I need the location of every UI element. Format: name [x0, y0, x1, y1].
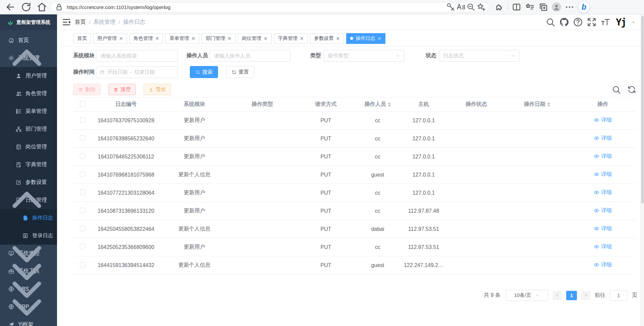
tab-oper-log[interactable]: 操作日志✕ [346, 33, 385, 44]
sidebar-item-yi-framework[interactable]: Yi框架 [0, 316, 57, 326]
refresh-table-button[interactable] [626, 84, 637, 95]
row-select-cell[interactable] [73, 112, 92, 130]
row-select-cell[interactable] [73, 256, 92, 274]
tab-dict-mgmt[interactable]: 字典管理✕ [274, 33, 308, 44]
operator-input-field[interactable] [214, 53, 286, 59]
extensions-icon[interactable] [494, 1, 504, 13]
zoom-out-icon[interactable] [466, 2, 476, 12]
breadcrumb-item[interactable]: 系统管理 [94, 18, 116, 26]
sidebar-item-system-mgmt[interactable]: 系统管理 [0, 49, 57, 67]
row-checkbox[interactable] [80, 153, 85, 159]
clear-button[interactable]: 清空 [108, 84, 136, 95]
bing-chat-icon[interactable]: b [578, 1, 590, 13]
detail-link[interactable]: 详细 [594, 171, 612, 178]
row-select-cell[interactable] [73, 184, 92, 202]
detail-link[interactable]: 详细 [594, 225, 612, 232]
row-checkbox[interactable] [80, 117, 85, 123]
sidebar-item-user-mgmt[interactable]: 用户管理 [0, 67, 57, 85]
toggle-search-button[interactable] [611, 84, 622, 95]
row-checkbox[interactable] [80, 262, 85, 267]
row-select-cell[interactable] [73, 220, 92, 238]
sidebar-item-role-mgmt[interactable]: 角色管理 [0, 85, 57, 103]
tab-user-mgmt[interactable]: 用户管理✕ [93, 33, 127, 44]
tab-menu-mgmt[interactable]: 菜单管理✕ [165, 33, 199, 44]
delete-button[interactable]: 删除 [73, 84, 101, 95]
close-icon[interactable]: ✕ [227, 36, 231, 41]
close-icon[interactable]: ✕ [155, 36, 159, 41]
operator-input[interactable] [209, 50, 290, 62]
close-icon[interactable]: ✕ [300, 36, 304, 41]
help-icon[interactable] [573, 17, 583, 27]
prev-page-button[interactable] [553, 291, 562, 300]
goto-page-input[interactable] [610, 290, 628, 301]
detail-link[interactable]: 详细 [594, 243, 612, 250]
close-icon[interactable]: ✕ [377, 36, 381, 41]
detail-link[interactable]: 详细 [594, 189, 612, 196]
detail-link[interactable]: 详细 [594, 207, 612, 214]
sort-carets-icon[interactable] [547, 102, 550, 107]
page-size-select[interactable]: 10条/页 [506, 290, 548, 301]
detail-link[interactable]: 详细 [594, 153, 612, 160]
row-select-cell[interactable] [73, 238, 92, 256]
sidebar-item-dept-mgmt[interactable]: 部门管理 [0, 120, 57, 138]
password-key-icon[interactable] [446, 2, 456, 12]
select-all-checkbox[interactable] [80, 101, 85, 107]
header-search-icon[interactable] [545, 17, 556, 27]
row-checkbox[interactable] [80, 208, 85, 213]
tab-param-settings[interactable]: 参数设置✕ [310, 33, 344, 44]
sidebar-item-log-mgmt[interactable]: 日志管理 [0, 191, 57, 209]
status-select[interactable]: 日志状态 [439, 50, 520, 62]
browser-back-icon[interactable] [5, 1, 16, 13]
page-scrollbar[interactable] [640, 14, 644, 326]
page-number-1[interactable]: 1 [566, 291, 577, 300]
url-text[interactable]: https://ccnetcore.com:1101/system/log/op… [67, 4, 446, 10]
close-icon[interactable]: ✕ [119, 36, 123, 41]
row-checkbox[interactable] [80, 226, 85, 231]
breadcrumb-item[interactable]: 首页 [75, 18, 86, 26]
sort-carets-icon[interactable] [388, 102, 391, 107]
font-size-icon[interactable] [600, 17, 611, 27]
module-input[interactable] [96, 50, 178, 62]
detail-link[interactable]: 详细 [594, 135, 612, 142]
fullscreen-icon[interactable] [586, 17, 597, 27]
select-all-header[interactable] [73, 97, 92, 112]
browser-refresh-icon[interactable] [20, 1, 32, 13]
read-aloud-icon[interactable] [456, 2, 466, 12]
sidebar-item-erp[interactable]: ERP [0, 298, 57, 316]
next-page-button[interactable] [581, 291, 590, 300]
row-select-cell[interactable] [73, 166, 92, 184]
row-select-cell[interactable] [73, 148, 92, 166]
scrollbar-thumb[interactable] [641, 16, 644, 203]
collections-icon[interactable] [538, 1, 548, 13]
address-bar[interactable]: https://ccnetcore.com:1101/system/log/op… [50, 2, 490, 12]
detail-link[interactable]: 详细 [594, 117, 612, 124]
tab-post-mgmt[interactable]: 岗位管理✕ [238, 33, 272, 44]
tab-home[interactable]: 首页 [73, 33, 91, 44]
row-select-cell[interactable] [73, 130, 92, 148]
sidebar-item-dict-mgmt[interactable]: 字典管理 [0, 156, 57, 174]
add-favorite-icon[interactable] [476, 2, 486, 12]
sidebar-item-menu-mgmt[interactable]: 菜单管理 [0, 103, 57, 120]
row-select-cell[interactable] [73, 202, 92, 220]
row-checkbox[interactable] [80, 135, 85, 141]
reset-button[interactable]: 重置 [226, 66, 254, 78]
close-icon[interactable]: ✕ [336, 36, 340, 41]
export-button[interactable]: 导出 [144, 84, 171, 95]
close-icon[interactable]: ✕ [191, 36, 195, 41]
github-icon[interactable] [559, 17, 570, 27]
close-icon[interactable]: ✕ [264, 36, 268, 41]
search-button[interactable]: 搜索 [190, 66, 218, 78]
split-screen-icon[interactable] [512, 1, 522, 13]
tab-dept-mgmt[interactable]: 部门管理✕ [202, 33, 235, 44]
user-avatar[interactable]: Yj [614, 17, 628, 27]
avatar-caret-icon[interactable] [631, 20, 636, 25]
tab-role-mgmt[interactable]: 角色管理✕ [129, 33, 163, 44]
browser-menu-icon[interactable] [565, 1, 575, 13]
date-range-input[interactable]: 开始日期 - 结束日期 [96, 66, 178, 78]
browser-profile-avatar[interactable] [552, 2, 561, 12]
module-input-field[interactable] [101, 53, 173, 59]
row-checkbox[interactable] [80, 190, 85, 195]
sidebar-fold-icon[interactable] [61, 17, 71, 27]
favorites-icon[interactable] [525, 1, 535, 13]
row-checkbox[interactable] [80, 244, 85, 249]
